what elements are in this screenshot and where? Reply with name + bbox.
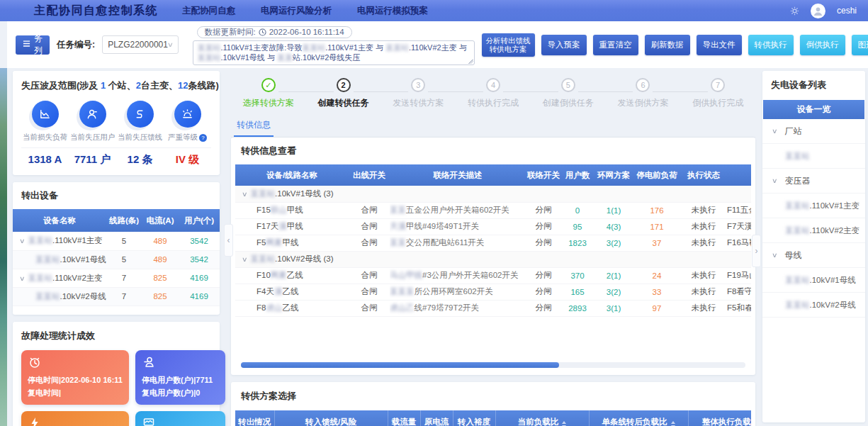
tree-group-0[interactable]: ∨厂站: [762, 119, 865, 144]
task-no-select[interactable]: PLZG22000001 ∨: [102, 35, 178, 54]
transfer-feeder-cell: F19马山线: [727, 267, 751, 284]
caret-down-icon[interactable]: ∨: [19, 275, 26, 282]
update-time-label: 数据更新时间:: [205, 27, 256, 38]
reset-clear-button[interactable]: 重置清空: [593, 35, 638, 55]
column-header: 设备/线路名称: [235, 164, 349, 186]
app-title: 主配协同自愈控制系统: [34, 4, 158, 18]
step-3: 3发送转供方案: [381, 78, 456, 109]
step-label: 倒供执行完成: [680, 97, 755, 109]
column-header: 电流(A): [142, 209, 179, 232]
ring-plan-cell: 3(2): [594, 235, 633, 251]
column-header: 联络开关: [526, 164, 561, 186]
user-avatar[interactable]: [811, 4, 825, 18]
transfer-out-title: 转出设备: [13, 189, 220, 209]
caret-down-icon[interactable]: ∨: [242, 256, 248, 263]
menu-item-0[interactable]: 主配协同自愈: [182, 5, 235, 17]
tree-item[interactable]: 某某站.10kV#2母线: [762, 293, 865, 318]
graph-analysis-button[interactable]: 图形分析: [852, 35, 868, 55]
help-icon[interactable]: ?: [199, 134, 207, 142]
tree-group-2[interactable]: ∨母线: [762, 243, 865, 268]
table-row[interactable]: F8虎山乙线合闸虎山乙线#79塔79T2开关分闸28933(1)97未执行F5和…: [235, 300, 751, 316]
current-cell: 825: [142, 269, 179, 287]
transfer-info-title: 转供信息查看: [235, 145, 751, 164]
table-row[interactable]: 某某站.10kV#2母线78254169: [13, 287, 220, 306]
step-label: 创建倒供任务: [531, 97, 606, 109]
clock-icon: [259, 28, 266, 36]
refresh-data-button[interactable]: 刷新数据: [645, 35, 690, 55]
feeder-name-cell: F15联山甲线: [235, 202, 349, 218]
transfer-out-devices-card: 转出设备 设备名称线路(条)电流(A)用户(个)∨某某站.110kV#1主变54…: [13, 182, 220, 315]
column-header: 联络开关描述: [390, 164, 526, 186]
collapse-right-panel-handle[interactable]: ›: [752, 235, 761, 267]
caret-down-icon: ∨: [772, 252, 778, 259]
device-overview-button[interactable]: 设备一览: [763, 100, 864, 119]
tree-group-1[interactable]: ∨变压器: [762, 169, 865, 194]
tab-transfer-info[interactable]: 转供信息: [234, 116, 274, 137]
task-list-button[interactable]: 任务列表: [16, 35, 50, 55]
transfer-execute-button[interactable]: 转供执行: [748, 35, 794, 55]
tree-item[interactable]: 某某站: [762, 144, 865, 169]
right-panel: 失电设备列表 设备一览 ∨厂站某某站∨变压器某某站.110kV#1主变某某站.1…: [762, 71, 865, 422]
caret-down-icon[interactable]: ∨: [19, 237, 26, 245]
desktop-wallpaper-strip: [0, 68, 7, 426]
users-cell: 2893: [561, 300, 594, 316]
table-row[interactable]: 某某站.10kV#1母线54893542: [13, 250, 220, 269]
group-row[interactable]: ∨某某站.10kV#2母线 (3): [235, 251, 751, 267]
device-name-cell: 某某站.10kV#2母线: [13, 287, 106, 306]
settings-gear-icon[interactable]: [790, 6, 799, 16]
table-row[interactable]: F17天溪甲线合闸天溪甲线#49塔49T1开关分闸954(3)171未执行F7天…: [235, 218, 751, 235]
column-header: 转入裕度: [453, 410, 495, 426]
column-header[interactable]: 单条线转后负载比: [589, 410, 688, 426]
pre-outage-load-cell: 24: [633, 267, 680, 284]
card-load-loss: 故障损失负荷(A)|1318故障恢复负荷(A)|0: [135, 411, 225, 426]
step-5: 5创建倒供任务: [531, 78, 606, 109]
collapse-left-panel-handle[interactable]: ‹: [224, 224, 233, 257]
table-row[interactable]: F5网夏甲线合闸某某交公用配电站611开关分闸18233(2)37未执行F16马…: [235, 235, 751, 251]
tree-item[interactable]: 某某站.110kV#1主变: [762, 194, 865, 218]
import-plan-button[interactable]: 导入预案: [541, 35, 587, 55]
column-header[interactable]: 整体执行负载比: [688, 410, 751, 426]
fault-stat-cards: 停电时间|2022-06-10 16:11复电时间|停电用户数(户)|7711复…: [21, 350, 211, 426]
column-header[interactable]: 当前负载比: [495, 410, 589, 426]
feeder-icon: [127, 101, 154, 128]
ring-plan-cell: 3(1): [594, 300, 633, 316]
ring-plan-cell: 1(1): [594, 202, 633, 218]
export-file-button[interactable]: 导出文件: [697, 35, 742, 55]
scrollbar-thumb[interactable]: [241, 362, 559, 368]
transfer-info-table: 设备/线路名称出线开关联络开关描述联络开关用户数环网方案停电前负荷执行状态转供馈…: [235, 164, 751, 317]
users-icon: [142, 355, 219, 372]
reverse-supply-execute-button[interactable]: 倒供执行: [800, 35, 845, 55]
ring-plan-cell: 2(1): [594, 267, 633, 284]
menu-item-2[interactable]: 电网运行模拟预案: [357, 5, 428, 17]
outgoing-switch-cell: 合闸: [349, 202, 390, 218]
users-cell: 1823: [561, 235, 594, 251]
column-header: 出线开关: [349, 164, 390, 186]
column-header: 用户(个): [179, 209, 220, 232]
update-time-value: 2022-06-10 16:11:14: [269, 28, 344, 36]
exec-status-cell: 未执行: [680, 300, 727, 316]
tree-item[interactable]: 某某站.110kV#2主变: [762, 218, 865, 243]
sort-icon[interactable]: [671, 421, 675, 426]
column-header: 执行状态: [680, 164, 727, 186]
fault-description-textarea[interactable]: 某某站.110kV#1主变故障:导致某某站.110kV#1主变 与 某某站.11…: [193, 40, 475, 65]
step-circle: 4: [486, 78, 500, 92]
lines-cell: 7: [106, 269, 142, 287]
plan-select-title: 转供方案选择: [235, 390, 751, 410]
table-row[interactable]: F4天溪乙线合闸某某某所公用环网室602开关分闸1653(2)33未执行F8看守…: [235, 284, 751, 300]
column-header: 环网方案: [594, 164, 633, 186]
outgoing-switch-cell: 合闸: [349, 267, 390, 284]
table-row[interactable]: ∨某某站.110kV#1主变54893542: [13, 232, 220, 250]
table-row[interactable]: ∨某某站.110kV#2主变78254169: [13, 269, 220, 287]
tree-item[interactable]: 某某站.10kV#1母线: [762, 268, 865, 293]
analyze-output-feeder-plan-button[interactable]: 分析转出馈线转供电方案: [482, 33, 535, 57]
table-row[interactable]: F15联山甲线合闸某某五金公用户外开关箱602开关分闸01(1)176未执行F1…: [235, 202, 751, 218]
pre-outage-load-cell: 176: [633, 202, 680, 218]
stat-line: 停电用户数(户)|7711: [142, 374, 219, 386]
menu-item-1[interactable]: 电网运行风险分析: [261, 5, 332, 17]
table-row[interactable]: F10网夏乙线合闸马山甲线#3公用户外开关箱602开关分闸3702(1)24未执…: [235, 267, 751, 284]
stat-value: IV 级: [164, 147, 211, 167]
sort-icon[interactable]: [562, 421, 566, 426]
ring-plan-cell: 3(2): [594, 284, 633, 300]
group-row[interactable]: ∨某某站.10kV#1母线 (3): [235, 186, 751, 202]
caret-down-icon[interactable]: ∨: [242, 191, 248, 198]
